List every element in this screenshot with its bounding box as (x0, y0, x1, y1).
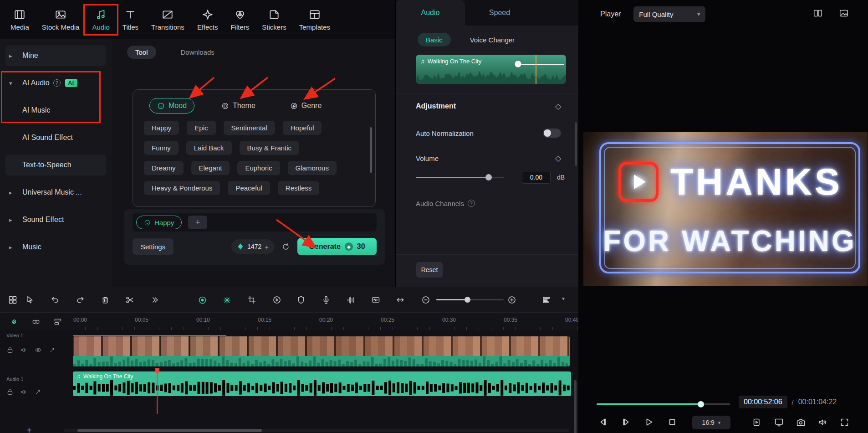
playback-progress[interactable] (597, 401, 730, 407)
refresh-credits-button[interactable] (281, 242, 290, 251)
smart-cutout-button[interactable] (220, 293, 234, 307)
beat-detection-button[interactable] (368, 293, 383, 307)
volume-button[interactable] (816, 416, 829, 428)
split-button[interactable] (123, 293, 137, 307)
sidebar-item-ai-audio[interactable]: ▾ AI Audio ? AI (0, 69, 112, 97)
zoom-slider-knob[interactable] (465, 297, 470, 303)
tab-audio[interactable]: Audio (396, 0, 465, 26)
subtab-voice-changer[interactable]: Voice Changer (470, 36, 515, 44)
nav-item-filters[interactable]: Filters (225, 5, 255, 35)
chevron-down-icon[interactable]: ▾ (562, 295, 565, 302)
help-icon[interactable]: ? (53, 79, 61, 87)
reset-button[interactable]: Reset (416, 262, 443, 278)
audio-clip-preview[interactable]: ♫ Walking On The City (416, 55, 566, 84)
mood-tag-dreamy[interactable]: Dreamy (144, 161, 184, 175)
previous-frame-button[interactable] (597, 416, 609, 428)
group-link-button[interactable] (30, 316, 42, 328)
nav-item-stock-media[interactable]: Stock Media (36, 5, 86, 35)
progress-knob[interactable] (698, 401, 704, 407)
add-credits-icon[interactable]: + (265, 243, 269, 251)
reset-volume-icon[interactable]: ◇ (555, 154, 561, 163)
mute-track-button[interactable] (20, 388, 28, 396)
tab-speed[interactable]: Speed (465, 0, 534, 26)
render-preview-button[interactable] (751, 416, 763, 428)
audio-mixer-button[interactable] (343, 293, 358, 307)
sidebar-item-mine[interactable]: ▸ Mine (0, 42, 112, 69)
generate-button[interactable]: Generate ◆ 30 (297, 238, 377, 255)
auto-reframe-button[interactable] (393, 293, 408, 307)
redo-button[interactable] (73, 293, 87, 307)
add-track-button[interactable]: + (26, 425, 32, 433)
sidebar-item-ai-music[interactable]: AI Music (0, 97, 112, 124)
aspect-ratio-dropdown[interactable]: 16:9 ▾ (692, 416, 730, 429)
track-manager-button[interactable] (539, 293, 554, 307)
help-icon[interactable]: ? (468, 200, 475, 207)
auto-link-button[interactable] (8, 316, 20, 328)
mood-tag-happy[interactable]: Happy (144, 121, 179, 135)
sidebar-item-universal-music[interactable]: ▸ Universal Music ... (0, 179, 112, 206)
reset-adjustment-icon[interactable]: ◇ (555, 102, 561, 111)
sidebar-item-music[interactable]: ▸ Music (0, 233, 112, 261)
mood-tag-hopeful[interactable]: Hopeful (283, 121, 322, 135)
tab-tool[interactable]: Tool (127, 46, 156, 59)
sidebar-item-ai-sound-effect[interactable]: AI Sound Effect (0, 124, 112, 151)
mood-tag-funny[interactable]: Funny (144, 141, 179, 155)
mask-button[interactable] (294, 293, 308, 307)
mood-tag-restless[interactable]: Restless (278, 181, 320, 195)
audio-clip[interactable]: ♫ Walking On The City (73, 371, 571, 396)
properties-scrollbar[interactable] (575, 122, 577, 166)
nav-item-templates[interactable]: Templates (293, 5, 336, 35)
category-genre[interactable]: Genre (282, 98, 329, 113)
view-grid-button[interactable] (5, 293, 20, 307)
timeline-vertical-scrollbar[interactable] (574, 380, 577, 433)
lock-track-button[interactable] (6, 346, 14, 354)
scrollbar-thumb[interactable] (77, 429, 262, 432)
more-tools-button[interactable] (148, 293, 162, 307)
mood-tag-busy-frantic[interactable]: Busy & Frantic (240, 141, 300, 155)
lock-track-button[interactable] (6, 388, 14, 396)
category-theme[interactable]: Theme (214, 98, 263, 113)
voiceover-button[interactable] (319, 293, 333, 307)
nav-item-stickers[interactable]: Stickers (256, 5, 292, 35)
zoom-out-button[interactable] (419, 293, 433, 307)
category-mood[interactable]: Mood (149, 98, 194, 113)
quality-dropdown[interactable]: Full Quality ▾ (633, 6, 705, 22)
play-button[interactable] (643, 416, 655, 428)
mood-tag-glamorous[interactable]: Glamorous (288, 161, 337, 175)
display-button[interactable] (772, 416, 785, 428)
tab-downloads[interactable]: Downloads (173, 46, 223, 59)
hide-track-button[interactable] (35, 346, 42, 354)
crop-button[interactable] (245, 293, 259, 307)
video-preview[interactable]: THANKS FOR WATCHING (583, 132, 868, 286)
mood-tag-elegant[interactable]: Elegant (191, 161, 230, 175)
subtab-basic[interactable]: Basic (418, 33, 451, 46)
track-magic-button[interactable] (49, 346, 56, 354)
mood-scrollbar[interactable] (370, 127, 372, 173)
sidebar-item-sound-effect[interactable]: ▸ Sound Effect (0, 206, 112, 233)
nav-item-titles[interactable]: Titles (117, 5, 144, 35)
zoom-slider[interactable] (436, 299, 504, 300)
volume-value-input[interactable]: 0.00 (522, 171, 551, 184)
nav-item-transitions[interactable]: Transitions (145, 5, 190, 35)
speed-button[interactable] (270, 293, 284, 307)
mood-tag-epic[interactable]: Epic (187, 121, 215, 135)
mood-tag-heavy-ponderous[interactable]: Heavy & Ponderous (144, 181, 220, 195)
sidebar-item-text-to-speech[interactable]: Text-to-Speech (0, 151, 112, 179)
delete-button[interactable] (98, 293, 112, 307)
mood-tag-sentimental[interactable]: Sentimental (224, 121, 275, 135)
auto-normalization-toggle[interactable] (543, 129, 561, 138)
undo-button[interactable] (48, 293, 62, 307)
timeline-horizontal-scrollbar[interactable] (64, 429, 569, 432)
volume-envelope-knob[interactable] (515, 61, 521, 67)
settings-button[interactable]: Settings (133, 238, 174, 255)
stop-button[interactable] (666, 416, 679, 428)
timeline-ruler[interactable]: 00:0000:0500:1000:1500:2000:2500:3000:35… (0, 313, 578, 330)
mute-track-button[interactable] (20, 346, 28, 354)
mood-tag-peaceful[interactable]: Peaceful (228, 181, 270, 195)
nav-item-audio[interactable]: Audio (86, 5, 115, 35)
motion-track-button[interactable] (195, 293, 209, 307)
volume-slider-knob[interactable] (485, 174, 492, 180)
nav-item-effects[interactable]: Effects (191, 5, 224, 35)
mood-tag-euphoric[interactable]: Euphoric (237, 161, 280, 175)
add-tag-button[interactable]: + (188, 216, 207, 229)
